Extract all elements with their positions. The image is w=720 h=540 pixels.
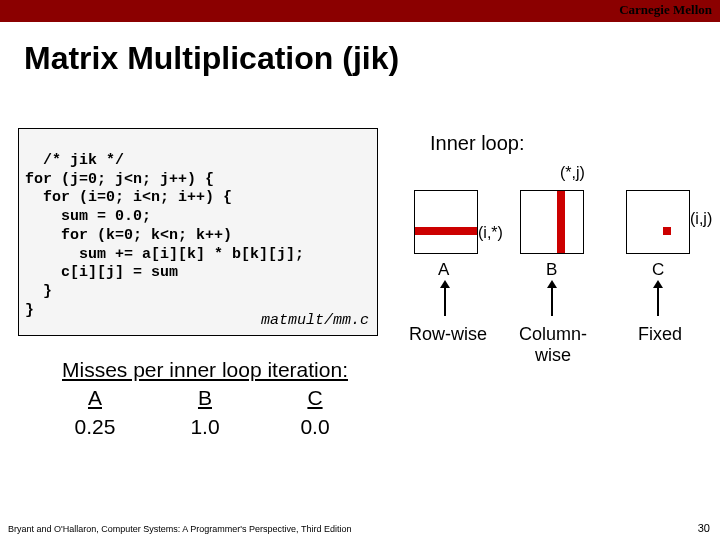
arrow-up-icon xyxy=(444,286,446,316)
inner-loop-label: Inner loop: xyxy=(430,132,525,155)
header-bar xyxy=(0,0,720,22)
matrix-b xyxy=(520,190,584,254)
source-file-label: matmult/mm.c xyxy=(261,312,369,331)
misses-val-a: 0.25 xyxy=(40,413,150,441)
page-number: 30 xyxy=(698,522,710,534)
matrix-c xyxy=(626,190,690,254)
footer-text: Bryant and O'Hallaron, Computer Systems:… xyxy=(8,524,351,534)
misses-heading: Misses per inner loop iteration: xyxy=(40,356,370,384)
matrix-c-index: (i,j) xyxy=(690,210,712,228)
misses-col-a: A xyxy=(40,384,150,412)
misses-table: Misses per inner loop iteration: A B C 0… xyxy=(40,356,370,441)
matrix-a-name: A xyxy=(438,260,449,280)
matrix-c-element-dot xyxy=(663,227,671,235)
matrix-b-access: Column-wise xyxy=(508,324,598,366)
matrix-b-name: B xyxy=(546,260,557,280)
matrix-b-col-stripe xyxy=(557,191,565,253)
matrix-a-access: Row-wise xyxy=(408,324,488,345)
matrix-a-index: (i,*) xyxy=(478,224,503,242)
matrix-a-row-stripe xyxy=(415,227,477,235)
matrix-c-access: Fixed xyxy=(620,324,700,345)
slide-title: Matrix Multiplication (jik) xyxy=(24,40,399,77)
code-block: /* jik */ for (j=0; j<n; j++) { for (i=0… xyxy=(18,128,378,336)
misses-col-b: B xyxy=(150,384,260,412)
code-text: /* jik */ for (j=0; j<n; j++) { for (i=0… xyxy=(25,152,304,319)
matrix-b-index: (*,j) xyxy=(560,164,585,182)
misses-val-b: 1.0 xyxy=(150,413,260,441)
brand-label: Carnegie Mellon xyxy=(619,2,712,18)
matrix-c-name: C xyxy=(652,260,664,280)
arrow-up-icon xyxy=(551,286,553,316)
matrix-a xyxy=(414,190,478,254)
arrow-up-icon xyxy=(657,286,659,316)
misses-col-c: C xyxy=(260,384,370,412)
misses-val-c: 0.0 xyxy=(260,413,370,441)
